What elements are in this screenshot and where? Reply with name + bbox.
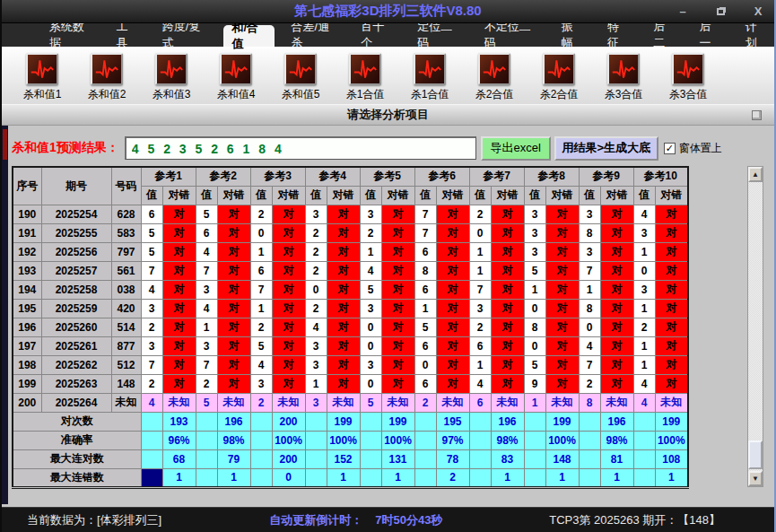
result-cell[interactable]: 对 xyxy=(600,355,633,374)
number-cell[interactable]: 420 xyxy=(111,299,141,318)
value-cell[interactable]: 0 xyxy=(414,355,436,374)
summary-value-cell[interactable]: 100% xyxy=(381,431,414,449)
value-cell[interactable]: 0 xyxy=(305,280,327,299)
result-cell[interactable]: 对 xyxy=(381,355,414,374)
value-cell[interactable]: 2 xyxy=(469,205,491,223)
value-cell[interactable]: 7 xyxy=(196,355,217,374)
tool-button-9[interactable]: 杀2合值 xyxy=(531,53,587,102)
result-cell[interactable]: 未知 xyxy=(217,393,250,412)
menu-item-11[interactable]: 后二 xyxy=(645,23,682,47)
result-cell[interactable]: 对 xyxy=(545,223,579,242)
value-cell[interactable]: 3 xyxy=(196,336,217,355)
toolbar-overflow-icon[interactable] xyxy=(752,110,762,120)
issue-cell[interactable]: 2025257 xyxy=(41,261,111,280)
value-cell[interactable]: 3 xyxy=(469,299,491,318)
issue-cell[interactable]: 2025264 xyxy=(41,393,111,412)
result-cell[interactable]: 对 xyxy=(491,261,524,280)
number-cell[interactable]: 514 xyxy=(111,318,141,336)
value-cell[interactable]: 7 xyxy=(579,355,600,374)
result-cell[interactable]: 对 xyxy=(655,355,688,374)
value-cell[interactable]: 3 xyxy=(250,374,272,393)
result-cell[interactable]: 对 xyxy=(491,223,524,242)
result-cell[interactable]: 对 xyxy=(381,374,414,393)
seq-cell[interactable]: 196 xyxy=(13,318,41,336)
result-cell[interactable]: 对 xyxy=(655,280,688,299)
result-cell[interactable]: 对 xyxy=(217,318,250,336)
value-cell[interactable]: 5 xyxy=(250,336,272,355)
issue-cell[interactable]: 2025261 xyxy=(41,336,111,355)
value-cell[interactable]: 8 xyxy=(414,261,436,280)
result-cell[interactable]: 对 xyxy=(327,205,360,223)
seq-cell[interactable]: 194 xyxy=(13,280,41,299)
result-cell[interactable]: 未知 xyxy=(655,393,688,412)
value-cell[interactable]: 5 xyxy=(360,280,381,299)
summary-blank-cell[interactable] xyxy=(414,412,436,431)
result-cell[interactable]: 对 xyxy=(327,355,360,374)
summary-blank-cell[interactable] xyxy=(414,468,436,487)
value-cell[interactable]: 8 xyxy=(579,299,600,318)
value-cell[interactable]: 4 xyxy=(250,355,272,374)
value-cell[interactable]: 1 xyxy=(633,299,655,318)
value-cell[interactable]: 2 xyxy=(579,374,600,393)
menu-item-12[interactable]: 后一 xyxy=(692,23,728,47)
value-cell[interactable]: 3 xyxy=(196,280,217,299)
value-cell[interactable]: 2 xyxy=(141,374,162,393)
value-cell[interactable]: 3 xyxy=(360,205,381,223)
result-cell[interactable]: 对 xyxy=(327,374,360,393)
result-cell[interactable]: 对 xyxy=(272,299,305,318)
value-cell[interactable]: 2 xyxy=(250,205,272,223)
value-cell[interactable]: 6 xyxy=(414,374,436,393)
result-cell[interactable]: 对 xyxy=(327,261,360,280)
value-cell[interactable]: 4 xyxy=(469,374,491,393)
summary-blank-cell[interactable] xyxy=(414,431,436,449)
summary-value-cell[interactable]: 100% xyxy=(545,431,579,449)
value-cell[interactable]: 1 xyxy=(469,355,491,374)
value-cell[interactable]: 3 xyxy=(633,280,655,299)
value-cell[interactable]: 5 xyxy=(141,223,162,242)
result-cell[interactable]: 对 xyxy=(491,299,524,318)
summary-value-cell[interactable]: 79 xyxy=(217,449,250,468)
result-cell[interactable]: 对 xyxy=(655,223,688,242)
result-cell[interactable]: 对 xyxy=(217,355,250,374)
summary-blank-cell[interactable] xyxy=(196,431,217,449)
number-cell[interactable]: 628 xyxy=(111,205,141,223)
result-cell[interactable]: 对 xyxy=(545,261,579,280)
value-cell[interactable]: 6 xyxy=(469,336,491,355)
summary-blank-cell[interactable] xyxy=(633,431,655,449)
summary-value-cell[interactable]: 199 xyxy=(545,412,579,431)
summary-value-cell[interactable]: 199 xyxy=(327,412,360,431)
value-cell[interactable]: 1 xyxy=(250,242,272,261)
value-cell[interactable]: 5 xyxy=(360,393,381,412)
scroll-up-icon[interactable]: ▲ xyxy=(748,167,763,182)
export-excel-button[interactable]: 导出excel xyxy=(481,136,551,161)
result-cell[interactable]: 对 xyxy=(545,242,579,261)
result-cell[interactable]: 对 xyxy=(491,374,524,393)
menu-item-10[interactable]: 特征 xyxy=(599,23,636,47)
value-cell[interactable]: 1 xyxy=(414,299,436,318)
result-cell[interactable]: 对 xyxy=(217,299,250,318)
summary-value-cell[interactable]: 148 xyxy=(545,449,579,468)
summary-blank-cell[interactable] xyxy=(579,468,600,487)
panel-gripper[interactable] xyxy=(3,129,7,160)
value-cell[interactable]: 1 xyxy=(524,393,545,412)
result-cell[interactable]: 对 xyxy=(436,261,469,280)
summary-blank-cell[interactable] xyxy=(469,449,491,468)
issue-cell[interactable]: 2025263 xyxy=(41,374,111,393)
value-cell[interactable]: 4 xyxy=(141,393,162,412)
summary-blank-cell[interactable] xyxy=(469,412,491,431)
result-cell[interactable]: 对 xyxy=(436,223,469,242)
seq-cell[interactable]: 190 xyxy=(13,205,41,223)
result-cell[interactable]: 对 xyxy=(436,205,469,223)
summary-blank-cell[interactable] xyxy=(196,412,217,431)
value-cell[interactable]: 3 xyxy=(141,336,162,355)
value-cell[interactable]: 7 xyxy=(141,355,162,374)
value-cell[interactable]: 0 xyxy=(524,299,545,318)
result-cell[interactable]: 对 xyxy=(545,336,579,355)
result-cell[interactable]: 对 xyxy=(436,318,469,336)
result-cell[interactable]: 对 xyxy=(272,223,305,242)
tool-button-3[interactable]: 杀和值3 xyxy=(144,53,199,102)
summary-value-cell[interactable]: 1 xyxy=(327,468,360,487)
result-cell[interactable]: 对 xyxy=(436,336,469,355)
summary-blank-cell[interactable] xyxy=(250,431,272,449)
scrollbar-thumb[interactable] xyxy=(748,440,763,469)
